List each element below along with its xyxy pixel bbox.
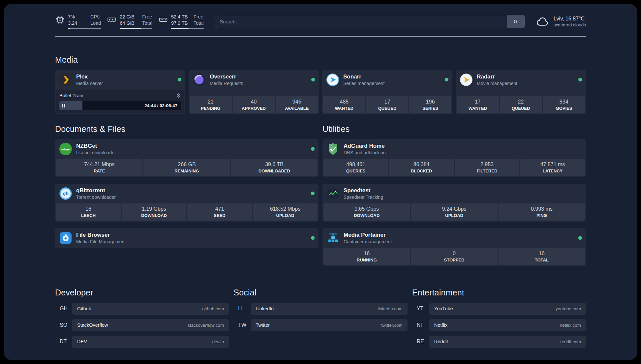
disk-free-value: 52.4 TB	[171, 14, 190, 20]
memory-total-value: 64 GiB	[120, 20, 138, 26]
stat-label: QUERIES	[325, 168, 387, 173]
divider	[55, 36, 586, 37]
service-name: Plex	[76, 74, 103, 80]
service-subtitle: Media server	[76, 81, 103, 86]
service-card-nzbget[interactable]: nzbget NZBGet Usenet downloader 744.21 M…	[55, 139, 319, 177]
service-subtitle: DNS and adblocking	[344, 150, 386, 155]
portainer-icon	[326, 231, 340, 245]
service-card-qbittorrent[interactable]: qb qBittorrent Torrent downloader 16	[55, 184, 319, 222]
service-name: Media Portainer	[344, 232, 392, 238]
stat-value: 834	[544, 99, 584, 105]
stat-label: DOWNLOAD	[123, 213, 185, 218]
bookmark-url: github.com	[202, 306, 224, 311]
status-dot	[311, 78, 315, 81]
stat-block: 0.993 ms PING	[499, 203, 585, 221]
bookmark-row: TW Twitter twitter.com	[233, 319, 407, 331]
service-card-overseerr[interactable]: Overseerr Media Requests 21 PENDING 40 A…	[189, 70, 319, 114]
service-card-adguard[interactable]: AdGuard Home DNS and adblocking 498,461 …	[322, 139, 586, 177]
stat-block: 618.52 Mbps UPLOAD	[253, 203, 318, 221]
bookmark-youtube[interactable]: YouTube youtube.com	[429, 303, 586, 315]
status-dot	[578, 236, 582, 240]
service-subtitle: Series management	[343, 81, 384, 86]
stat-label: RUNNING	[325, 258, 409, 262]
stat-value: 39.6 TB	[232, 162, 316, 167]
service-name: Overseerr	[210, 74, 243, 80]
stat-block: 196 SERIES	[409, 96, 451, 113]
stat-value: 1.19 Gbps	[123, 206, 185, 212]
search-input[interactable]	[215, 15, 507, 28]
bookmark-name: Twitter	[256, 322, 270, 328]
filebrowser-icon	[59, 231, 72, 245]
disk-progressbar	[171, 28, 204, 29]
svg-text:qb: qb	[63, 191, 69, 196]
service-name: Sonarr	[343, 74, 384, 80]
stat-block: 0 STOPPED	[411, 248, 497, 265]
gear-icon[interactable]: ⚙	[176, 93, 181, 99]
service-card-portainer[interactable]: Media Portainer Container management 16 …	[322, 228, 586, 266]
service-name: AdGuard Home	[344, 143, 386, 149]
stat-value: 0.993 ms	[500, 206, 584, 212]
stat-label: APPROVED	[234, 106, 274, 111]
bookmark-url: youtube.com	[556, 306, 581, 311]
bookmark-row: NF Netflix netflix.com	[412, 319, 586, 331]
bookmark-row: GH Github github.com	[55, 303, 229, 315]
sonarr-icon	[326, 73, 339, 86]
bookmark-abbr: GH	[55, 306, 72, 312]
stat-block: 17 QUEUED	[366, 96, 409, 113]
bookmark-linkedin[interactable]: LinkedIn linkedin.com	[251, 303, 407, 315]
stat-value: 485	[324, 99, 364, 105]
stat-block: 744.21 Mbps RATE	[56, 159, 142, 176]
bookmark-github[interactable]: Github github.com	[72, 303, 229, 315]
bookmark-stackoverflow[interactable]: StackOverflow stackoverflow.com	[72, 319, 229, 331]
plex-icon	[59, 73, 72, 86]
stat-label: WANTED	[458, 106, 498, 111]
bookmark-netflix[interactable]: Netflix netflix.com	[429, 319, 586, 331]
bookmark-url: netflix.com	[560, 323, 581, 328]
bookmark-dev[interactable]: DEV dev.to	[72, 336, 229, 348]
playback-time: 24:44 / 02:06:47	[144, 101, 177, 110]
service-name: File Browser	[76, 232, 126, 238]
stat-label: UPLOAD	[412, 213, 496, 218]
stat-label: TOTAL	[500, 258, 584, 262]
bookmark-reddit[interactable]: Reddit reddit.com	[429, 336, 586, 348]
bookmark-name: LinkedIn	[256, 306, 274, 311]
pause-icon[interactable]	[64, 104, 65, 107]
service-card-radarr[interactable]: Radarr Movie management 17 WANTED 22 QUE…	[456, 70, 586, 114]
search-provider-button[interactable]: G	[507, 15, 524, 28]
service-card-filebrowser[interactable]: File Browser Media File Management	[55, 228, 319, 248]
playback-progressbar[interactable]: 24:44 / 02:06:47	[59, 101, 181, 110]
stat-value: 744.21 Mbps	[57, 162, 141, 167]
service-card-speedtest[interactable]: Speedtest Speedtest Tracking 9.65 Gbps D…	[322, 184, 586, 222]
service-card-plex[interactable]: Plex Media server Bullet Train ⚙	[55, 70, 185, 114]
stat-label: DOWNLOADED	[232, 168, 316, 173]
stat-label: STOPPED	[412, 258, 496, 262]
pause-icon[interactable]	[62, 104, 63, 107]
bookmark-abbr: DT	[55, 339, 72, 345]
qbittorrent-icon: qb	[59, 187, 72, 200]
service-card-sonarr[interactable]: Sonarr Series management 485 WANTED 17 Q…	[322, 70, 452, 114]
bookmark-name: StackOverflow	[77, 322, 108, 328]
bookmark-url: dev.to	[212, 339, 224, 344]
stat-label: DOWNLOAD	[325, 213, 409, 218]
bookmark-twitter[interactable]: Twitter twitter.com	[251, 319, 407, 331]
bookmark-row: YT YouTube youtube.com	[412, 303, 586, 315]
service-subtitle: Movie management	[477, 81, 517, 86]
overseerr-icon	[193, 73, 206, 86]
stat-block: 485 WANTED	[323, 96, 365, 113]
service-name: NZBGet	[76, 143, 116, 149]
dashboard: 7% 3.24 CPU Load	[4, 4, 637, 360]
bookmark-row: SO StackOverflow stackoverflow.com	[55, 319, 229, 331]
stat-value: 266 GB	[145, 162, 229, 167]
bookmark-name: YouTube	[434, 306, 453, 311]
service-name: Radarr	[477, 74, 517, 80]
stat-value: 9.65 Gbps	[325, 206, 409, 212]
nzbget-icon: nzbget	[59, 142, 72, 156]
stat-label: AVAILABLE	[277, 106, 317, 111]
memory-widget: 22 GiB 64 GiB Free Total	[107, 14, 152, 29]
cpu-icon	[55, 15, 65, 25]
stat-block: 17 WANTED	[457, 96, 499, 113]
service-name: Speedtest	[344, 187, 383, 194]
bookmark-abbr: YT	[412, 306, 429, 312]
stat-value: 9.24 Gbps	[412, 206, 496, 212]
radarr-icon	[460, 73, 473, 86]
